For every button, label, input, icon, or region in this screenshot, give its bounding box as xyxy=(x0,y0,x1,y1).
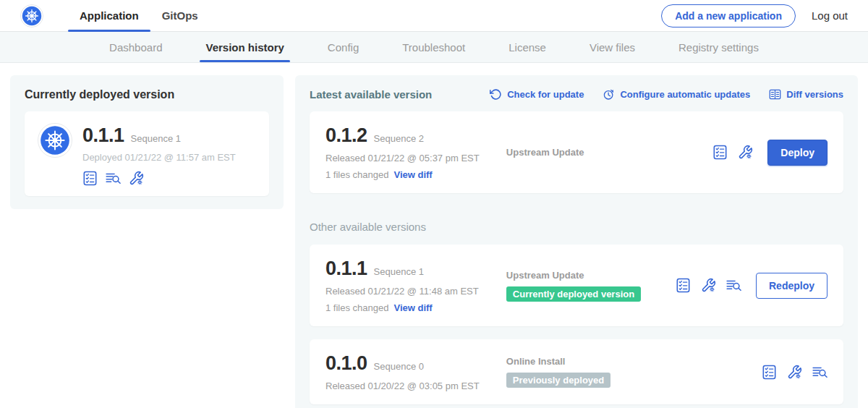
subnav-dashboard[interactable]: Dashboard xyxy=(103,32,168,62)
preflight-checks-icon[interactable] xyxy=(676,278,691,293)
deployed-version-number: 0.1.1 xyxy=(82,124,124,147)
deploy-logs-icon[interactable] xyxy=(812,365,827,380)
version-number: 0.1.1 xyxy=(326,258,367,280)
config-icon[interactable] xyxy=(129,171,144,186)
previously-deployed-badge: Previously deployed xyxy=(506,373,610,388)
refresh-icon xyxy=(490,88,502,101)
files-changed-label: 1 files changed xyxy=(326,302,388,313)
version-card-0-1-1: 0.1.1 Sequence 1 Released 01/21/22 @ 11:… xyxy=(310,245,843,326)
sequence-label: Sequence 1 xyxy=(374,266,424,277)
tab-application-label: Application xyxy=(80,9,139,22)
sequence-label: Sequence 2 xyxy=(374,133,424,144)
tab-gitops-label: GitOps xyxy=(162,9,198,22)
deployed-panel-title: Currently deployed version xyxy=(25,88,269,101)
view-diff-link[interactable]: View diff xyxy=(393,302,432,313)
subnav-config[interactable]: Config xyxy=(322,32,365,62)
auto-update-icon xyxy=(603,88,615,101)
version-number: 0.1.2 xyxy=(326,124,367,147)
config-icon[interactable] xyxy=(787,365,802,380)
version-source-label: Upstream Update xyxy=(506,147,712,158)
view-diff-link[interactable]: View diff xyxy=(393,169,432,180)
subnav-troubleshoot[interactable]: Troubleshoot xyxy=(396,32,471,62)
subnav-registry-settings[interactable]: Registry settings xyxy=(673,32,765,62)
deployed-sequence-label: Sequence 1 xyxy=(131,133,181,144)
diff-icon xyxy=(769,88,781,101)
subnav-version-history[interactable]: Version history xyxy=(200,32,289,62)
deploy-logs-icon[interactable] xyxy=(726,278,741,293)
config-icon[interactable] xyxy=(738,145,753,160)
redeploy-button[interactable]: Redeploy xyxy=(756,273,827,299)
version-history-panel: Latest available version Check for updat… xyxy=(295,75,858,408)
files-changed-label: 1 files changed xyxy=(326,169,388,180)
add-application-button[interactable]: Add a new application xyxy=(661,4,796,27)
diff-versions-link[interactable]: Diff versions xyxy=(769,88,843,101)
version-number: 0.1.0 xyxy=(326,352,367,375)
preflight-checks-icon[interactable] xyxy=(712,145,728,160)
other-versions-title: Other available versions xyxy=(310,221,843,233)
subnav-license[interactable]: License xyxy=(503,32,552,62)
config-icon[interactable] xyxy=(701,278,716,293)
sequence-label: Sequence 0 xyxy=(374,361,424,372)
preflight-checks-icon[interactable] xyxy=(762,365,777,380)
app-subnav: Dashboard Version history Config Trouble… xyxy=(0,32,868,63)
preflight-checks-icon[interactable] xyxy=(82,171,98,186)
version-source-label: Upstream Update xyxy=(506,270,676,281)
latest-version-title: Latest available version xyxy=(310,88,432,101)
deploy-logs-icon[interactable] xyxy=(106,171,121,186)
tab-application[interactable]: Application xyxy=(68,0,150,31)
subnav-view-files[interactable]: View files xyxy=(584,32,641,62)
released-timestamp: Released 01/20/22 @ 03:05 pm EST xyxy=(326,381,506,391)
app-brand xyxy=(20,0,43,31)
tab-gitops[interactable]: GitOps xyxy=(150,0,210,31)
top-navbar: Application GitOps Add a new application… xyxy=(0,0,868,32)
version-card-0-1-2: 0.1.2 Sequence 2 Released 01/21/22 @ 05:… xyxy=(310,111,843,193)
kubernetes-logo-icon xyxy=(20,4,43,27)
released-timestamp: Released 01/21/22 @ 05:37 pm EST xyxy=(326,153,506,163)
currently-deployed-badge: Currently deployed version xyxy=(506,286,641,302)
released-timestamp: Released 01/21/22 @ 11:48 am EST xyxy=(326,286,506,297)
version-source-label: Online Install xyxy=(506,356,762,367)
logout-link[interactable]: Log out xyxy=(812,9,848,22)
check-for-update-link[interactable]: Check for update xyxy=(490,88,584,101)
currently-deployed-panel: Currently deployed version 0.1.1 Sequenc… xyxy=(10,75,284,209)
deployed-version-card: 0.1.1 Sequence 1 Deployed 01/21/22 @ 11:… xyxy=(25,111,269,196)
deployed-timestamp: Deployed 01/21/22 @ 11:57 am EST xyxy=(82,152,236,163)
deploy-button[interactable]: Deploy xyxy=(767,140,827,166)
configure-automatic-updates-link[interactable]: Configure automatic updates xyxy=(603,88,750,101)
kubernetes-app-icon xyxy=(38,123,72,158)
version-card-0-1-0: 0.1.0 Sequence 0 Released 01/20/22 @ 03:… xyxy=(310,339,843,404)
